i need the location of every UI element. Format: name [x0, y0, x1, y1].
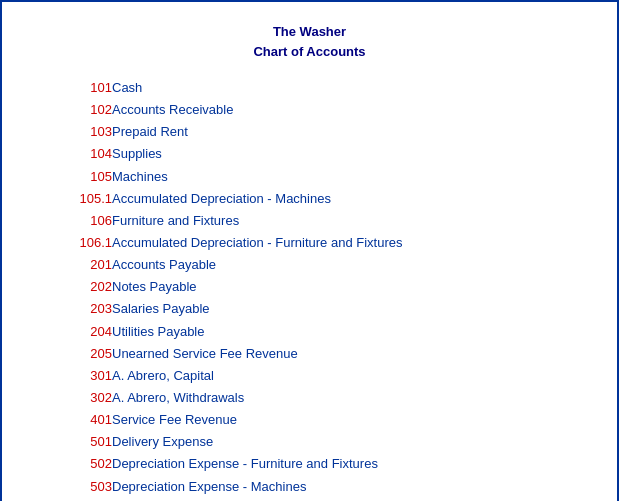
- account-name: Notes Payable: [112, 276, 587, 298]
- account-code: 503: [32, 476, 112, 498]
- account-code: 203: [32, 298, 112, 320]
- company-name: The Washer: [32, 22, 587, 42]
- table-row: 302A. Abrero, Withdrawals: [32, 387, 587, 409]
- table-row: 301A. Abrero, Capital: [32, 365, 587, 387]
- account-name: Furniture and Fixtures: [112, 210, 587, 232]
- account-name: A. Abrero, Withdrawals: [112, 387, 587, 409]
- account-name: Utilities Payable: [112, 321, 587, 343]
- table-row: 503Depreciation Expense - Machines: [32, 476, 587, 498]
- title-section: The Washer Chart of Accounts: [32, 22, 587, 61]
- table-row: 201Accounts Payable: [32, 254, 587, 276]
- account-code: 204: [32, 321, 112, 343]
- table-row: 102Accounts Receivable: [32, 99, 587, 121]
- account-code: 302: [32, 387, 112, 409]
- account-code: 105: [32, 166, 112, 188]
- table-row: 205Unearned Service Fee Revenue: [32, 343, 587, 365]
- account-name: Depreciation Expense - Furniture and Fix…: [112, 453, 587, 475]
- table-row: 105Machines: [32, 166, 587, 188]
- table-row: 106Furniture and Fixtures: [32, 210, 587, 232]
- table-row: 104Supplies: [32, 143, 587, 165]
- account-name: Unearned Service Fee Revenue: [112, 343, 587, 365]
- account-code: 201: [32, 254, 112, 276]
- document-title: Chart of Accounts: [32, 42, 587, 62]
- account-name: Accumulated Depreciation - Furniture and…: [112, 232, 587, 254]
- account-name: Salaries Payable: [112, 298, 587, 320]
- accounts-table: 101Cash102Accounts Receivable103Prepaid …: [32, 77, 587, 501]
- account-code: 502: [32, 453, 112, 475]
- account-code: 103: [32, 121, 112, 143]
- account-name: Prepaid Rent: [112, 121, 587, 143]
- table-row: 203Salaries Payable: [32, 298, 587, 320]
- account-name: A. Abrero, Capital: [112, 365, 587, 387]
- account-code: 202: [32, 276, 112, 298]
- account-code: 105.1: [32, 188, 112, 210]
- account-code: 101: [32, 77, 112, 99]
- account-code: 106.1: [32, 232, 112, 254]
- table-row: 106.1Accumulated Depreciation - Furnitur…: [32, 232, 587, 254]
- account-code: 106: [32, 210, 112, 232]
- account-name: Accounts Receivable: [112, 99, 587, 121]
- table-row: 101Cash: [32, 77, 587, 99]
- table-row: 105.1Accumulated Depreciation - Machines: [32, 188, 587, 210]
- table-row: 401Service Fee Revenue: [32, 409, 587, 431]
- table-row: 202Notes Payable: [32, 276, 587, 298]
- account-code: 205: [32, 343, 112, 365]
- main-window: The Washer Chart of Accounts 101Cash102A…: [0, 0, 619, 501]
- table-row: 103Prepaid Rent: [32, 121, 587, 143]
- account-code: 301: [32, 365, 112, 387]
- account-code: 501: [32, 431, 112, 453]
- table-row: 502Depreciation Expense - Furniture and …: [32, 453, 587, 475]
- account-name: Machines: [112, 166, 587, 188]
- account-name: Depreciation Expense - Machines: [112, 476, 587, 498]
- account-name: Accumulated Depreciation - Machines: [112, 188, 587, 210]
- account-name: Service Fee Revenue: [112, 409, 587, 431]
- account-code: 104: [32, 143, 112, 165]
- table-row: 501Delivery Expense: [32, 431, 587, 453]
- account-name: Supplies: [112, 143, 587, 165]
- account-code: 401: [32, 409, 112, 431]
- account-name: Accounts Payable: [112, 254, 587, 276]
- account-name: Delivery Expense: [112, 431, 587, 453]
- account-code: 102: [32, 99, 112, 121]
- table-row: 204Utilities Payable: [32, 321, 587, 343]
- account-name: Cash: [112, 77, 587, 99]
